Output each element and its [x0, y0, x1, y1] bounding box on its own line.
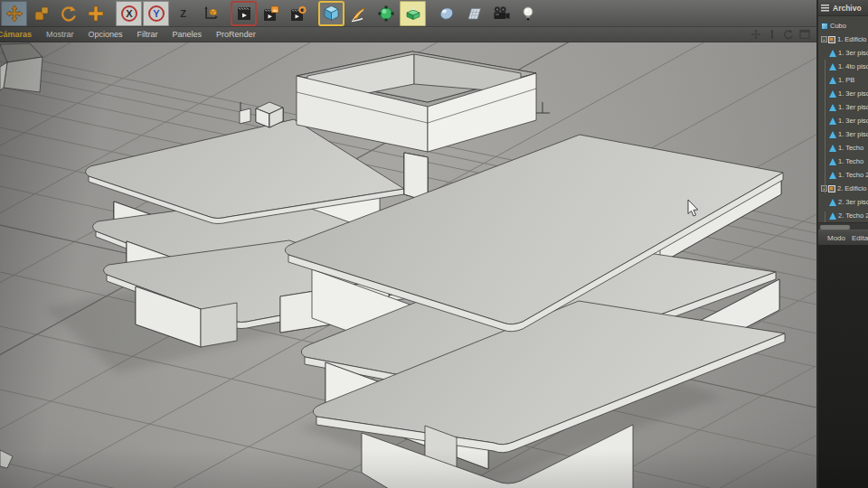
- object-label: 2. 3er piso: [838, 198, 868, 206]
- material-sphere-icon[interactable]: [433, 1, 459, 26]
- polygon-object-icon: [829, 145, 836, 152]
- last-tool-icon[interactable]: [82, 1, 108, 26]
- object-row[interactable]: 1. 4to piso: [818, 60, 868, 73]
- polygon-object-icon: [829, 212, 836, 220]
- offscreen-slab: [0, 450, 13, 468]
- environment-floor-icon[interactable]: [460, 1, 486, 26]
- object-row[interactable]: 1. 3er piso: [818, 87, 868, 100]
- object-label: 2. Edificio: [837, 184, 867, 192]
- object-row[interactable]: 2. 3er piso: [818, 195, 868, 209]
- null-object-icon: [828, 185, 835, 192]
- lock-y-axis-button[interactable]: Y: [143, 1, 169, 26]
- viewport-menu-prorender[interactable]: ProRender: [209, 30, 263, 39]
- object-label: 1. 4to piso: [838, 62, 868, 70]
- object-row[interactable]: Cubo: [818, 19, 868, 33]
- object-label: Cubo: [830, 22, 846, 30]
- object-manager-header: Archivo: [818, 0, 868, 16]
- attribute-manager-body: [818, 245, 868, 488]
- object-row[interactable]: 1. Techo: [818, 141, 868, 155]
- render-view-button[interactable]: [231, 1, 257, 26]
- light-icon[interactable]: [514, 1, 541, 26]
- distant-box[interactable]: [0, 43, 42, 92]
- object-manager-scrollbar[interactable]: [818, 222, 868, 230]
- object-row[interactable]: 1. 3er piso: [818, 127, 868, 141]
- zoom-view-icon[interactable]: [766, 29, 778, 41]
- lock-z-axis-button[interactable]: Z: [170, 1, 196, 26]
- move-tool-icon[interactable]: [1, 1, 27, 26]
- object-label: 1. PB: [838, 76, 854, 84]
- polygon-object-icon: [829, 158, 836, 165]
- mode-menu[interactable]: Modo: [827, 234, 845, 242]
- object-row[interactable]: 1. PB: [818, 73, 868, 87]
- polygon-object-icon: [829, 199, 836, 206]
- panel-menu-icon[interactable]: [821, 5, 829, 12]
- object-label: 1. Techo 2: [838, 171, 868, 179]
- object-label: 1. Edificio: [837, 35, 867, 43]
- cube-object-icon: [821, 23, 828, 30]
- lock-x-axis-button[interactable]: X: [116, 1, 142, 26]
- coordinate-system-icon[interactable]: [197, 1, 223, 26]
- tree-guide-line: [825, 60, 826, 193]
- edit-menu[interactable]: Editar: [852, 234, 868, 242]
- pen-spline-icon[interactable]: [345, 1, 372, 26]
- viewport-menu-c-maras[interactable]: Cámaras: [0, 30, 39, 39]
- viewport-menu-filtrar[interactable]: Filtrar: [130, 30, 165, 39]
- rotate-view-icon[interactable]: [782, 29, 794, 41]
- viewport-menubar: CámarasMostrarOpcionesFiltrarPanelesProR…: [0, 27, 819, 42]
- object-row[interactable]: -2. Edificio: [818, 182, 868, 195]
- polygon-object-icon: [829, 104, 836, 111]
- cinema4d-window: X Y Z: [0, 0, 868, 488]
- object-label: 1. 3er piso: [838, 49, 868, 57]
- object-row[interactable]: 1. 3er piso: [818, 114, 868, 127]
- polygon-object-icon: [829, 131, 836, 138]
- polygon-object-icon: [829, 63, 836, 70]
- polygon-object-icon: [829, 50, 836, 57]
- viewport-menu-opciones[interactable]: Opciones: [81, 30, 130, 39]
- viewport-menu-items: CámarasMostrarOpcionesFiltrarPanelesProR…: [0, 30, 263, 39]
- axis-z-label: Z: [180, 8, 186, 19]
- polygon-object-icon: [829, 117, 836, 125]
- axis-x-label: X: [126, 8, 133, 19]
- viewport-nav-controls: [750, 29, 819, 41]
- right-panel: Archivo Cubo-1. Edificio1. 3er piso1. 4t…: [816, 0, 868, 488]
- scale-tool-icon[interactable]: [28, 1, 54, 26]
- rotate-tool-icon[interactable]: [55, 1, 81, 26]
- main-toolbar: X Y Z: [0, 0, 819, 27]
- viewport-menu-mostrar[interactable]: Mostrar: [39, 30, 81, 39]
- object-label: 2. Techo 2: [838, 211, 868, 220]
- null-object-icon: [828, 36, 835, 43]
- object-label: 1. 3er piso: [838, 117, 868, 125]
- camera-icon[interactable]: [487, 1, 514, 26]
- add-cube-button[interactable]: [318, 1, 344, 26]
- axis-y-label: Y: [153, 8, 160, 19]
- object-manager-menu[interactable]: Archivo: [833, 4, 862, 13]
- object-manager-tree: Cubo-1. Edificio1. 3er piso1. 4to piso1.…: [818, 16, 868, 222]
- polygon-object-icon: [829, 77, 836, 84]
- render-picture-viewer-button[interactable]: [258, 1, 284, 26]
- object-label: 1. Techo: [838, 144, 863, 152]
- object-row[interactable]: 1. 3er piso: [818, 100, 868, 114]
- polygon-object-icon: [829, 172, 836, 179]
- polygon-object-icon: [829, 90, 836, 98]
- object-label: 1. 3er piso: [838, 103, 868, 111]
- tree-guide-line-2: [825, 211, 826, 222]
- pan-view-icon[interactable]: [750, 29, 761, 41]
- object-label: 1. Techo: [838, 157, 863, 165]
- object-row[interactable]: 1. 3er piso: [818, 46, 868, 60]
- render-settings-button[interactable]: [285, 1, 311, 26]
- expand-toggle-icon[interactable]: -: [821, 36, 827, 42]
- add-generator-icon[interactable]: [373, 1, 399, 26]
- add-deformer-icon[interactable]: [400, 1, 426, 26]
- object-row[interactable]: 1. Techo: [818, 155, 868, 168]
- object-row[interactable]: -1. Edificio: [818, 33, 868, 46]
- object-label: 1. 3er piso: [838, 89, 868, 98]
- maximize-view-icon[interactable]: [798, 29, 810, 41]
- scene-svg: [0, 42, 816, 488]
- viewport-menu-paneles[interactable]: Paneles: [165, 30, 210, 39]
- object-row[interactable]: 1. Techo 2: [818, 168, 868, 182]
- attribute-manager-header: Modo Editar: [818, 230, 868, 245]
- object-row[interactable]: 2. Techo 2: [818, 209, 868, 222]
- object-label: 1. 3er piso: [838, 130, 868, 138]
- viewport-canvas[interactable]: [0, 42, 816, 488]
